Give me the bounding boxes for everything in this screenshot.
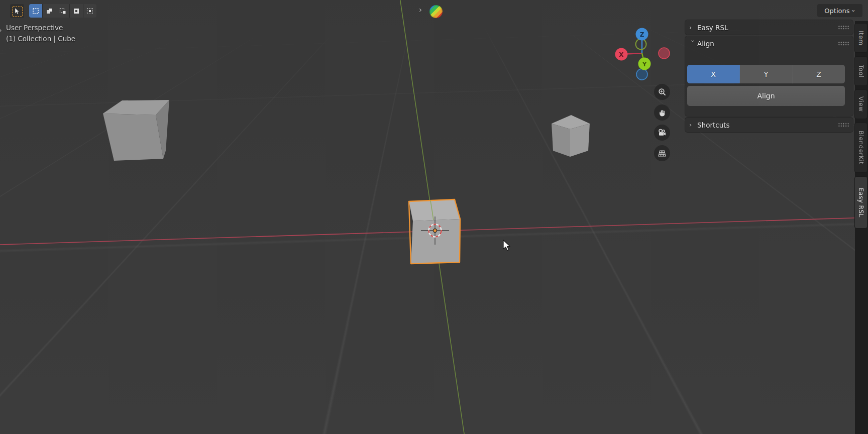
collection-breadcrumb: (1) Collection | Cube	[6, 35, 75, 43]
options-label: Options	[824, 7, 849, 15]
align-action-button[interactable]: Align	[687, 86, 845, 106]
camera-view-icon	[658, 129, 667, 137]
camera-view-button[interactable]	[654, 125, 670, 141]
object-origin-dot	[433, 229, 437, 232]
gizmo-neg-z-handle[interactable]	[636, 69, 647, 80]
gizmo-y-handle[interactable]: Y	[638, 58, 651, 70]
drag-grip-icon[interactable]	[838, 123, 849, 127]
select-set-icon	[32, 8, 39, 15]
toggle-projection-grid-icon	[658, 150, 667, 157]
zoom-button[interactable]	[654, 84, 670, 100]
toggle-projection-button[interactable]	[654, 145, 670, 161]
cube-left[interactable]	[103, 100, 169, 161]
svg-text:Y: Y	[642, 61, 647, 68]
panel-easy-rsl[interactable]: › Easy RSL	[685, 20, 853, 35]
gizmo-neg-y-handle[interactable]	[636, 39, 646, 50]
header-expand-chevron[interactable]: ›	[419, 6, 422, 15]
gizmo-x-handle[interactable]: X	[615, 48, 628, 61]
cube-right[interactable]	[552, 115, 590, 157]
select-subtract-icon	[59, 8, 66, 15]
sidebar-tab-tool[interactable]: Tool	[854, 56, 867, 86]
toolbar-expand-chevron[interactable]: ›	[0, 26, 2, 34]
blender-3d-viewport: › Options › › User Perspective (1) Colle…	[0, 0, 868, 434]
chevron-right-icon: ›	[689, 121, 696, 129]
sidebar-tab-item[interactable]: Item	[854, 23, 867, 53]
panel-align-label: Align	[697, 40, 838, 48]
panel-align: › Align X Y Z Align	[685, 36, 853, 116]
select-invert-button[interactable]	[70, 4, 83, 18]
chevron-right-icon: ›	[689, 24, 696, 31]
select-extend-icon	[46, 8, 53, 15]
view-perspective-label: User Perspective	[6, 24, 63, 32]
axis-segmented-control: X Y Z	[687, 65, 845, 83]
gizmo-neg-x-handle[interactable]	[659, 48, 670, 59]
drag-grip-icon[interactable]	[838, 41, 849, 46]
cursor-arrow-icon	[12, 6, 23, 17]
sidebar-tab-view[interactable]: View	[854, 89, 867, 119]
zoom-icon	[658, 88, 667, 96]
select-intersect-button[interactable]	[83, 4, 96, 18]
select-subtract-button[interactable]	[56, 4, 70, 18]
chevron-down-icon: ›	[850, 9, 858, 12]
material-preview-ball-icon[interactable]	[429, 5, 443, 18]
select-intersect-icon	[86, 8, 93, 15]
drag-grip-icon[interactable]	[838, 25, 849, 30]
select-set-button[interactable]	[29, 4, 43, 18]
chevron-down-icon: ›	[689, 40, 697, 47]
axis-x-button[interactable]: X	[687, 65, 740, 83]
panel-shortcuts[interactable]: › Shortcuts	[685, 118, 853, 132]
axis-z-button[interactable]: Z	[793, 65, 845, 83]
select-mode-group	[29, 4, 96, 18]
sidebar-tab-blenderkit[interactable]: BlenderKit	[854, 123, 867, 173]
pan-view-button[interactable]	[654, 104, 670, 121]
pan-hand-icon	[658, 108, 667, 117]
select-invert-icon	[73, 8, 80, 15]
panel-align-header[interactable]: › Align	[685, 36, 853, 51]
mouse-cursor	[503, 240, 514, 252]
select-extend-button[interactable]	[43, 4, 56, 18]
sidebar-region: › Easy RSL › Align X Y Z Align	[685, 20, 853, 134]
options-dropdown[interactable]: Options ›	[817, 4, 862, 17]
sidebar-tab-easy-rsl[interactable]: Easy RSL	[854, 176, 867, 229]
orientation-gizmo[interactable]: Z X Y	[610, 20, 676, 83]
svg-text:X: X	[619, 51, 624, 58]
panel-easy-rsl-label: Easy RSL	[697, 24, 838, 32]
axis-y-button[interactable]: Y	[740, 65, 793, 83]
svg-text:Z: Z	[640, 31, 644, 38]
gizmo-z-handle[interactable]: Z	[636, 28, 648, 41]
panel-shortcuts-label: Shortcuts	[697, 121, 838, 129]
tweak-tool-button[interactable]	[10, 4, 24, 18]
